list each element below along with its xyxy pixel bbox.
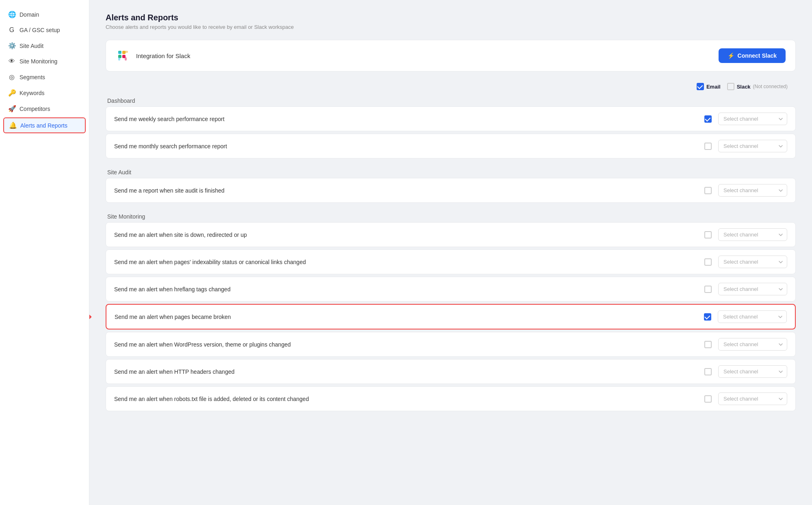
row-controls-monthly: Select channel xyxy=(649,140,787,152)
sidebar-label-domain: Domain xyxy=(19,11,39,18)
sidebar-item-competitors[interactable]: 🚀Competitors xyxy=(0,101,89,117)
email-header-check xyxy=(697,83,704,90)
channel-select-monthly[interactable]: Select channel xyxy=(718,140,787,152)
page-subtitle: Choose alerts and reports you would like… xyxy=(106,24,796,30)
email-label: Email xyxy=(706,84,721,90)
connect-slack-label: Connect Slack xyxy=(738,52,777,59)
row-wrapper-audit-finished: Send me a report when site audit is fini… xyxy=(106,178,796,203)
row-label-http-headers: Send me an alert when HTTP headers chang… xyxy=(114,368,234,375)
row-wrapper-http-headers: Send me an alert when HTTP headers chang… xyxy=(106,359,796,384)
section-site-monitoring: Site MonitoringSend me an alert when sit… xyxy=(106,209,796,411)
site-audit-icon: ⚙️ xyxy=(8,42,15,50)
row-item-hreflang: Send me an alert when hreflang tags chan… xyxy=(106,277,796,301)
slack-card-left: Integration for Slack xyxy=(116,48,190,63)
sidebar-item-site-audit[interactable]: ⚙️Site Audit xyxy=(0,38,89,54)
sidebar-label-ga-gsc: GA / GSC setup xyxy=(19,27,60,33)
sidebar-item-keywords[interactable]: 🔑Keywords xyxy=(0,85,89,101)
email-checkbox-site-down[interactable] xyxy=(704,231,712,238)
slack-integration-card: Integration for Slack ⚡ Connect Slack xyxy=(106,40,796,72)
connect-icon: ⚡ xyxy=(728,52,734,59)
page-title: Alerts and Reports xyxy=(106,13,796,22)
email-checkbox-weekly[interactable] xyxy=(704,115,712,123)
domain-icon: 🌐 xyxy=(8,11,15,18)
email-checkbox-robots-txt[interactable] xyxy=(704,395,712,403)
slack-label: Integration for Slack xyxy=(136,52,190,59)
section-title-site-audit: Site Audit xyxy=(106,165,796,178)
row-label-monthly: Send me monthly search performance repor… xyxy=(114,143,227,150)
channel-select-robots-txt[interactable]: Select channel xyxy=(718,392,787,405)
sidebar-label-competitors: Competitors xyxy=(19,106,50,112)
column-header-row: EmailSlack(Not connected) xyxy=(106,83,796,93)
sidebar-label-site-audit: Site Audit xyxy=(19,43,43,49)
sidebar-label-alerts-reports: Alerts and Reports xyxy=(20,122,67,129)
channel-select-broken-pages[interactable]: Select channel xyxy=(718,310,787,323)
row-controls-wordpress: Select channel xyxy=(649,338,787,351)
row-item-audit-finished: Send me a report when site audit is fini… xyxy=(106,178,796,203)
row-wrapper-monthly: Send me monthly search performance repor… xyxy=(106,134,796,158)
row-label-wordpress: Send me an alert when WordPress version,… xyxy=(114,341,291,348)
row-controls-audit-finished: Select channel xyxy=(649,184,787,197)
section-title-site-monitoring: Site Monitoring xyxy=(106,209,796,222)
row-wrapper-robots-txt: Send me an alert when robots.txt file is… xyxy=(106,386,796,411)
row-controls-site-down: Select channel xyxy=(649,228,787,241)
section-dashboard: DashboardSend me weekly search performan… xyxy=(106,93,796,158)
sidebar-item-site-monitoring[interactable]: 👁Site Monitoring xyxy=(0,54,89,69)
keywords-icon: 🔑 xyxy=(8,89,15,97)
sidebar-label-keywords: Keywords xyxy=(19,90,44,96)
row-item-indexability: Send me an alert when pages' indexabilit… xyxy=(106,249,796,274)
email-checkbox-wordpress[interactable] xyxy=(704,341,712,348)
row-label-site-down: Send me an alert when site is down, redi… xyxy=(114,232,247,238)
row-wrapper-site-down: Send me an alert when site is down, redi… xyxy=(106,222,796,247)
section-title-dashboard: Dashboard xyxy=(106,93,796,106)
email-checkbox-hreflang[interactable] xyxy=(704,286,712,293)
sidebar-item-alerts-reports[interactable]: 🔔Alerts and Reports xyxy=(3,117,86,133)
svg-rect-4 xyxy=(118,57,120,61)
slack-column-header: Slack(Not connected) xyxy=(727,83,788,90)
row-label-robots-txt: Send me an alert when robots.txt file is… xyxy=(114,396,309,402)
email-column-header: Email xyxy=(697,83,721,90)
row-item-weekly: Send me weekly search performance report… xyxy=(106,106,796,131)
segments-icon: ◎ xyxy=(8,73,15,81)
site-monitoring-icon: 👁 xyxy=(8,58,15,65)
sidebar: 🌐DomainGGA / GSC setup⚙️Site Audit👁Site … xyxy=(0,0,89,505)
slack-header-check xyxy=(727,83,734,90)
sidebar-item-segments[interactable]: ◎Segments xyxy=(0,69,89,85)
connect-slack-button[interactable]: ⚡ Connect Slack xyxy=(719,48,786,63)
channel-select-audit-finished[interactable]: Select channel xyxy=(718,184,787,197)
channel-select-weekly[interactable]: Select channel xyxy=(718,113,787,125)
svg-rect-6 xyxy=(125,57,127,61)
slack-label-col: Slack xyxy=(737,84,751,90)
email-checkbox-audit-finished[interactable] xyxy=(704,187,712,194)
email-checkbox-http-headers[interactable] xyxy=(704,368,712,375)
row-controls-indexability: Select channel xyxy=(649,256,787,268)
slack-logo-icon xyxy=(116,48,130,63)
row-wrapper-weekly: Send me weekly search performance report… xyxy=(106,106,796,131)
row-controls-robots-txt: Select channel xyxy=(649,392,787,405)
row-controls-hreflang: Select channel xyxy=(649,283,787,295)
row-item-wordpress: Send me an alert when WordPress version,… xyxy=(106,332,796,357)
red-arrow-annotation: ➡ xyxy=(89,311,91,323)
row-label-weekly: Send me weekly search performance report xyxy=(114,116,225,122)
not-connected-label: (Not connected) xyxy=(753,84,788,89)
competitors-icon: 🚀 xyxy=(8,105,15,113)
channel-select-indexability[interactable]: Select channel xyxy=(718,256,787,268)
email-checkbox-indexability[interactable] xyxy=(704,258,712,266)
main-content: Alerts and Reports Choose alerts and rep… xyxy=(89,0,812,505)
row-wrapper-hreflang: Send me an alert when hreflang tags chan… xyxy=(106,277,796,301)
channel-select-site-down[interactable]: Select channel xyxy=(718,228,787,241)
sidebar-label-segments: Segments xyxy=(19,74,45,80)
row-item-monthly: Send me monthly search performance repor… xyxy=(106,134,796,158)
row-label-hreflang: Send me an alert when hreflang tags chan… xyxy=(114,286,230,293)
row-label-indexability: Send me an alert when pages' indexabilit… xyxy=(114,259,306,265)
channel-select-http-headers[interactable]: Select channel xyxy=(718,365,787,378)
alerts-reports-icon: 🔔 xyxy=(9,121,16,129)
row-wrapper-wordpress: Send me an alert when WordPress version,… xyxy=(106,332,796,357)
sidebar-item-ga-gsc[interactable]: GGA / GSC setup xyxy=(0,22,89,38)
email-checkbox-monthly[interactable] xyxy=(704,143,712,150)
sidebar-label-site-monitoring: Site Monitoring xyxy=(19,58,57,65)
channel-select-hreflang[interactable]: Select channel xyxy=(718,283,787,295)
row-item-site-down: Send me an alert when site is down, redi… xyxy=(106,222,796,247)
email-checkbox-broken-pages[interactable] xyxy=(704,313,711,321)
sidebar-item-domain[interactable]: 🌐Domain xyxy=(0,7,89,22)
channel-select-wordpress[interactable]: Select channel xyxy=(718,338,787,351)
